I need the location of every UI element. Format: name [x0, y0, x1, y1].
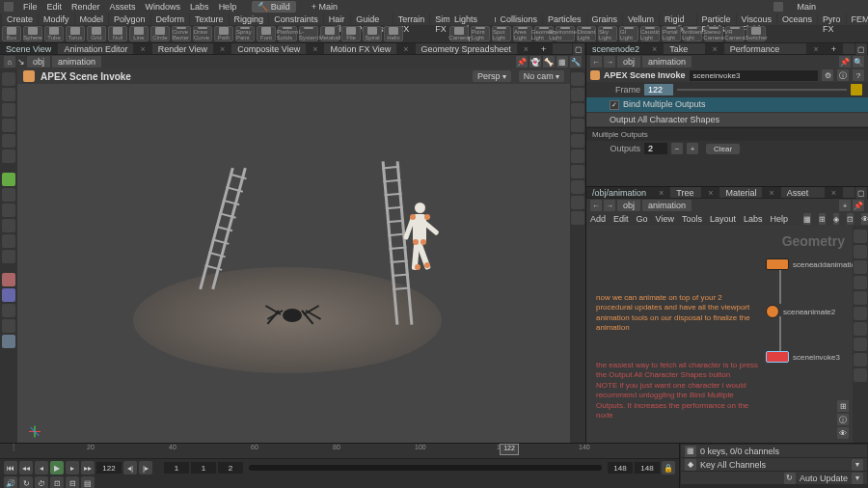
loop-icon[interactable]: ↻ — [19, 476, 33, 488]
shelf-tab[interactable]: Terrain FX — [393, 14, 430, 25]
shelf-tool-metaball[interactable]: Metaball — [320, 26, 339, 41]
tab-takelist[interactable]: Take List — [664, 43, 705, 54]
character-humanoid[interactable] — [401, 195, 440, 291]
node[interactable]: sceneanimate2 — [766, 305, 835, 318]
tab-perfmon[interactable]: Performance Monitor — [724, 43, 807, 54]
range-slider[interactable] — [249, 465, 602, 471]
shelf-tool-spot-light[interactable]: Spot Light — [492, 26, 511, 41]
cloud-icon[interactable] — [773, 2, 783, 12]
brush-tool-icon[interactable] — [2, 173, 15, 186]
net-tool-icon[interactable] — [854, 322, 867, 336]
path-obj[interactable]: obj — [617, 56, 640, 68]
first-frame-button[interactable]: ⏮ — [4, 461, 17, 474]
shelf-tool-circle[interactable]: Circle — [150, 26, 170, 41]
path-obj[interactable]: obj — [27, 56, 50, 68]
menu-labs[interactable]: Labs — [190, 2, 209, 12]
fwd-icon[interactable]: → — [604, 56, 615, 68]
shelf-tool-l-system[interactable]: L-System — [299, 26, 318, 41]
snap-icon[interactable] — [2, 188, 15, 202]
shelf-tool-path[interactable]: Path — [214, 26, 233, 41]
net-opt-icon[interactable]: 👁 — [837, 427, 849, 439]
outputs-input[interactable]: 2 — [644, 143, 667, 154]
net-menu-layout[interactable]: Layout — [710, 214, 736, 224]
find-icon[interactable]: 🔍 — [853, 56, 864, 68]
net-tool-icon[interactable] — [854, 230, 867, 243]
select-tool-icon[interactable] — [2, 72, 15, 86]
range-start[interactable]: 1 — [164, 462, 189, 474]
shelf-tool-font[interactable]: Font — [257, 26, 276, 41]
current-frame[interactable]: 122 — [96, 462, 122, 474]
shelf-tool-ambient-light[interactable]: Ambient Light — [683, 26, 702, 41]
step-fwd-button[interactable]: ▸ — [66, 461, 79, 474]
ghost-icon[interactable]: 👻 — [529, 56, 541, 68]
link-icon[interactable] — [2, 288, 15, 302]
prev-key-button[interactable]: ◂◂ — [19, 461, 33, 474]
pin-icon[interactable]: 📌 — [839, 56, 851, 68]
shelf-tool-sphere[interactable]: Sphere — [23, 26, 42, 41]
shelf-tab[interactable]: Guide Process — [351, 14, 393, 25]
path-anim[interactable]: animation — [642, 56, 692, 68]
clear-button[interactable]: Clear — [706, 144, 740, 154]
tab-treeview[interactable]: Tree View — [670, 187, 701, 198]
net-tool-icon[interactable] — [854, 291, 867, 305]
play-button[interactable]: ▶ — [50, 461, 64, 474]
tab-render-view[interactable]: Render View — [152, 43, 213, 54]
move-tool-icon[interactable] — [2, 103, 15, 117]
inc-icon[interactable]: + — [687, 143, 698, 154]
shelf-tool-tube[interactable]: Tube — [44, 26, 64, 41]
back-icon[interactable]: ← — [590, 56, 602, 68]
tab-scene-view[interactable]: Scene View — [0, 43, 57, 54]
shelf-tab[interactable]: Collisions — [496, 14, 543, 25]
path-anim[interactable]: animation — [52, 56, 101, 68]
shelf-tool-area-light[interactable]: Area Light — [513, 26, 532, 41]
menu-render[interactable]: Render — [71, 2, 100, 12]
shade-icon[interactable] — [571, 88, 584, 101]
inspect-icon[interactable] — [2, 250, 15, 263]
net-tool-icon[interactable] — [854, 368, 867, 382]
shelf-tab[interactable]: Constraints — [269, 14, 323, 25]
range-s2[interactable]: 1 — [191, 462, 216, 474]
shelf-tool-camera[interactable]: Camera — [449, 26, 469, 41]
light-icon[interactable] — [571, 119, 584, 132]
menu-edit[interactable]: Edit — [47, 2, 63, 12]
tab-geo-spread[interactable]: Geometry Spreadsheet — [416, 43, 517, 54]
shelf-tool-torus[interactable]: Torus — [66, 26, 85, 41]
shelf-tool-grid[interactable]: Grid — [87, 26, 106, 41]
scene-3d[interactable] — [17, 84, 570, 443]
opt-output-all[interactable]: Output All Character Shapes — [586, 113, 868, 126]
tl-icon[interactable]: ⊟ — [66, 476, 79, 488]
menu-help[interactable]: Help — [219, 2, 237, 12]
tab-motionfx[interactable]: Motion FX View — [324, 43, 396, 54]
bg-icon[interactable] — [571, 180, 584, 194]
net-menu-tools[interactable]: Tools — [682, 214, 702, 224]
tab-composite[interactable]: Composite View — [231, 43, 306, 54]
opt-bind-multiple[interactable]: ✓Bind Multiple Outputs — [586, 97, 868, 112]
desktop-main[interactable]: Main — [797, 2, 816, 12]
node-graph[interactable]: Geometry now we can animate on top of yo… — [586, 226, 853, 443]
step-back-button[interactable]: ◂ — [35, 461, 48, 474]
lock-icon[interactable]: 🔒 — [662, 461, 675, 474]
path-anim[interactable]: animation — [642, 200, 692, 211]
net-menu-help[interactable]: Help — [770, 214, 788, 224]
tab-anim-editor[interactable]: Animation Editor — [58, 43, 133, 54]
menu-windows[interactable]: Windows — [146, 2, 181, 12]
menu-file[interactable]: File — [23, 2, 38, 12]
net-opt-icon[interactable]: ⊞ — [837, 400, 849, 412]
shelf-tab[interactable]: Rigid Bodies — [660, 14, 696, 25]
tl-icon[interactable]: ⊡ — [50, 476, 64, 488]
timeline-ruler[interactable]: ┊ 20 40 60 80 100 120 140 122 — [0, 444, 679, 459]
shelf-tab[interactable]: Hair Utils — [324, 14, 351, 25]
net-tool-icon[interactable] — [854, 260, 867, 274]
dec-icon[interactable]: − — [671, 143, 683, 154]
net-menu-labs[interactable]: Labs — [744, 214, 763, 224]
range-s3[interactable]: 2 — [218, 462, 243, 474]
desktop-label[interactable]: + Main — [312, 2, 338, 12]
wrench-icon[interactable]: 🔧 — [570, 56, 582, 68]
shelf-tool-null[interactable]: Null — [108, 26, 127, 41]
pane-max-icon[interactable]: ▢ — [855, 43, 867, 55]
shelf-tab[interactable]: Grains — [587, 14, 623, 25]
net-tool-icon[interactable] — [854, 276, 867, 289]
tab-scenenode[interactable]: scenenode2 — [586, 43, 645, 54]
auto-update-toggle[interactable]: Auto Update — [800, 474, 848, 483]
keyframe-icon[interactable] — [851, 84, 862, 95]
